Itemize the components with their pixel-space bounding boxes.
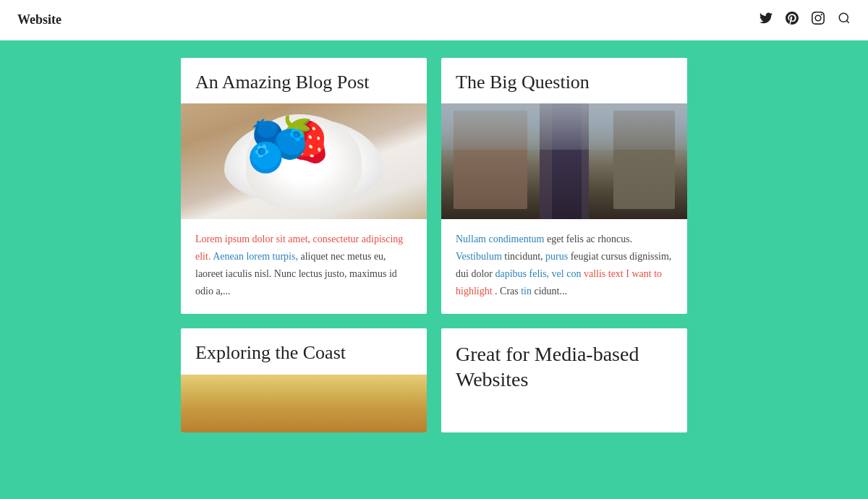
header: Website — [0, 0, 868, 40]
header-nav-icons — [760, 12, 851, 28]
card-2-image — [441, 103, 687, 219]
search-icon[interactable] — [838, 12, 851, 28]
svg-point-0 — [839, 13, 848, 22]
card-4-title: Great for Media-based Websites — [441, 328, 687, 402]
card-2-text-normal-2: tincidunt, — [504, 251, 545, 262]
svg-line-1 — [846, 20, 848, 22]
site-logo[interactable]: Website — [17, 12, 61, 27]
card-2-text-blue-4: dapibus felis, vel con — [495, 268, 581, 279]
card-2-text-blue-1: Nullam condimentum — [456, 234, 544, 244]
main-content: An Amazing Blog Post 🍓 Lorem ipsum dolor… — [0, 40, 868, 432]
card-1-text-highlight-2: Aenean lorem turpis, — [213, 251, 298, 262]
card-3[interactable]: Exploring the Coast — [181, 328, 427, 432]
card-3-image — [181, 375, 427, 432]
card-2-text-blue-5: tin — [521, 286, 532, 297]
card-2-text-normal-4: . Cras — [495, 286, 521, 297]
card-grid: An Amazing Blog Post 🍓 Lorem ipsum dolor… — [166, 58, 702, 432]
card-1-body: Lorem ipsum dolor sit amet, consectetur … — [181, 219, 427, 314]
instagram-icon[interactable] — [812, 12, 825, 28]
card-2-body: Nullam condimentum eget felis ac rhoncus… — [441, 219, 687, 314]
twitter-icon[interactable] — [760, 12, 773, 28]
card-2-text-normal-5: cidunt... — [535, 286, 568, 297]
card-2-title: The Big Question — [441, 58, 687, 103]
card-4[interactable]: Great for Media-based Websites — [441, 328, 687, 432]
card-1[interactable]: An Amazing Blog Post 🍓 Lorem ipsum dolor… — [181, 58, 427, 314]
card-3-title: Exploring the Coast — [181, 328, 427, 374]
card-2[interactable]: The Big Question Nullam condimentum eget… — [441, 58, 687, 314]
card-1-image: 🍓 — [181, 103, 427, 219]
card-1-title: An Amazing Blog Post — [181, 58, 427, 103]
card-2-text-blue-3: purus — [545, 251, 568, 262]
pinterest-icon[interactable] — [786, 12, 799, 28]
card-2-text-blue-2: Vestibulum — [456, 251, 502, 262]
card-2-text-normal-1: eget felis ac rhoncus. — [547, 234, 632, 244]
